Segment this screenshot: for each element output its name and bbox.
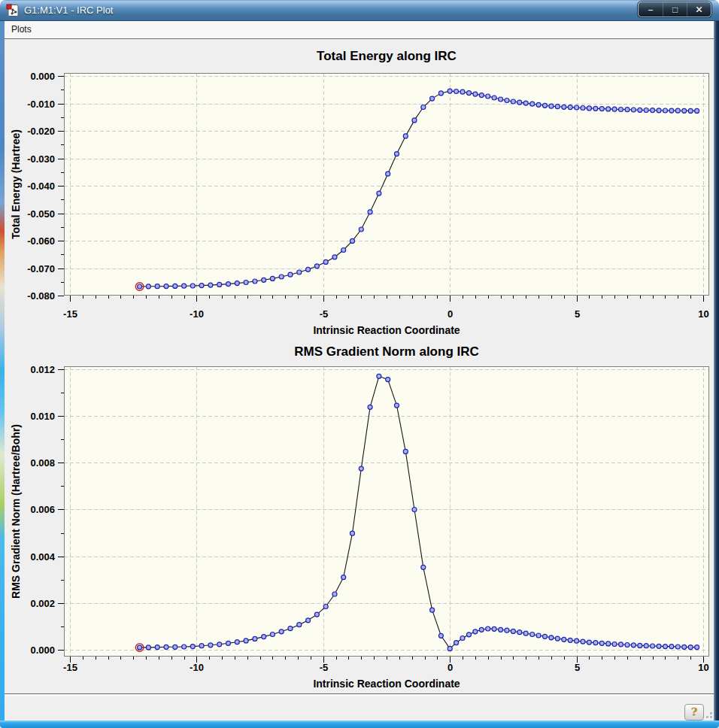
close-icon: ✕	[695, 5, 702, 15]
maximize-button[interactable]: □	[663, 2, 687, 17]
svg-text:-5: -5	[320, 662, 329, 673]
title-bar: G1:M1:V1 - IRC Plot – □ ✕	[0, 0, 719, 21]
svg-text:0.012: 0.012	[30, 364, 55, 375]
maximize-icon: □	[672, 5, 678, 15]
svg-text:-15: -15	[63, 308, 77, 320]
svg-text:0.008: 0.008	[30, 457, 55, 469]
svg-text:0.000: 0.000	[30, 71, 55, 82]
svg-text:0: 0	[447, 308, 453, 320]
svg-text:10: 10	[698, 662, 708, 673]
menu-bar: Plots	[5, 21, 714, 39]
window-border-left	[0, 21, 5, 720]
window-border-right	[714, 21, 719, 720]
svg-text:-0.060: -0.060	[27, 235, 55, 247]
svg-text:-0.030: -0.030	[27, 153, 55, 165]
svg-text:10: 10	[698, 308, 708, 320]
svg-text:5: 5	[575, 662, 580, 673]
svg-text:-0.080: -0.080	[27, 290, 55, 302]
menu-item-plots[interactable]: Plots	[5, 21, 38, 38]
svg-text:Total Energy (Hartree): Total Energy (Hartree)	[10, 129, 22, 239]
svg-text:-15: -15	[63, 662, 77, 673]
help-button[interactable]: ?	[684, 704, 704, 720]
window-title: G1:M1:V1 - IRC Plot	[24, 0, 113, 21]
help-icon: ?	[691, 706, 697, 718]
svg-text:-0.070: -0.070	[27, 263, 55, 275]
svg-text:0.002: 0.002	[30, 598, 55, 609]
svg-text:-10: -10	[190, 662, 204, 673]
svg-text:-0.050: -0.050	[27, 208, 55, 220]
svg-text:0.000: 0.000	[30, 645, 55, 656]
svg-text:0.004: 0.004	[30, 551, 55, 563]
minimize-button[interactable]: –	[639, 2, 663, 17]
charts-panel: -15-10-505100.000-0.010-0.020-0.030-0.04…	[5, 39, 714, 694]
svg-text:RMS Gradient Norm along IRC: RMS Gradient Norm along IRC	[294, 344, 479, 359]
resize-grip[interactable]	[703, 709, 712, 718]
svg-text:RMS Gradient Norm (Hartree/Boh: RMS Gradient Norm (Hartree/Bohr)	[10, 424, 22, 599]
status-bar: ?	[5, 695, 714, 720]
svg-text:Intrinsic Reaction Coordinate: Intrinsic Reaction Coordinate	[313, 324, 460, 336]
svg-text:Total Energy along IRC: Total Energy along IRC	[317, 49, 457, 63]
svg-text:5: 5	[575, 308, 580, 320]
svg-text:Intrinsic Reaction Coordinate: Intrinsic Reaction Coordinate	[313, 678, 460, 690]
svg-text:-0.040: -0.040	[27, 180, 55, 192]
svg-text:0: 0	[447, 662, 453, 673]
minimize-icon: –	[648, 5, 654, 15]
close-button[interactable]: ✕	[687, 2, 711, 17]
svg-text:0.006: 0.006	[30, 504, 55, 515]
irc-plot-window: G1:M1:V1 - IRC Plot – □ ✕ Plots -15-10-5…	[0, 0, 719, 728]
gaussview-app-icon	[6, 4, 20, 17]
window-controls: – □ ✕	[638, 2, 711, 17]
svg-text:0.010: 0.010	[30, 411, 55, 422]
svg-text:-5: -5	[320, 308, 329, 320]
svg-text:-0.010: -0.010	[27, 99, 55, 110]
total-energy-chart[interactable]: -15-10-505100.000-0.010-0.020-0.030-0.04…	[5, 39, 714, 338]
svg-text:-0.020: -0.020	[27, 126, 55, 137]
window-border-bottom	[0, 720, 719, 728]
svg-text:-10: -10	[190, 308, 204, 320]
rms-gradient-chart[interactable]: -15-10-505100.0000.0020.0040.0060.0080.0…	[5, 338, 714, 694]
